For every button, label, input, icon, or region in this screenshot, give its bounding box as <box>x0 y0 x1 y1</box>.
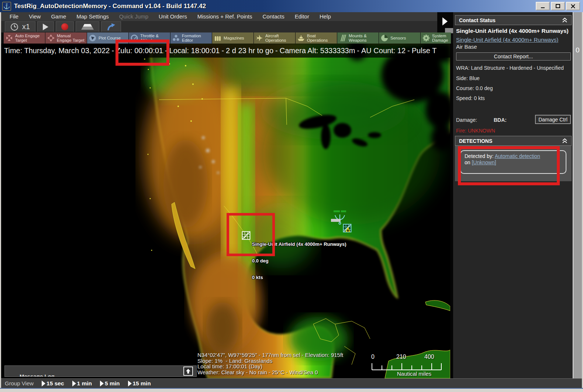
main-toolbar: x1 <box>1 21 437 32</box>
tactical-map[interactable]: Time: Thursday, March 03, 2022-Zulu: 00:… <box>1 44 450 378</box>
tab-system-damage[interactable]: System Damage <box>421 32 451 44</box>
detected-airfield-icon[interactable] <box>343 224 352 233</box>
panel-scrollbar[interactable]: 0 <box>573 12 582 378</box>
interval-label: 15 sec <box>46 380 64 387</box>
cursor-info-block: N34°02'47", W97°59'25" - 177nm from sel … <box>197 352 343 375</box>
close-button[interactable] <box>566 2 580 10</box>
magazines-bullets-icon <box>214 34 222 42</box>
cursor-position: N34°02'47", W97°59'25" - 177nm from sel … <box>197 352 343 358</box>
bda-label: BDA: <box>494 117 507 123</box>
menu-map-settings[interactable]: Map Settings <box>72 12 114 21</box>
tab-aircraft-operations[interactable]: Aircraft Operations <box>254 32 295 44</box>
play-triangle-icon <box>42 381 45 386</box>
tab-label: Aircraft Operations <box>265 34 294 42</box>
annotation-detections <box>458 146 560 185</box>
map-panel-gap <box>450 44 453 378</box>
message-log-bar[interactable]: Message Log <box>4 365 197 377</box>
panel-expand-icon[interactable] <box>442 17 448 25</box>
record-button[interactable] <box>56 21 74 32</box>
scale-tick-0: 0 <box>371 354 375 360</box>
tab-label: Manual Engage Target <box>57 34 85 42</box>
jump-button[interactable] <box>101 21 121 32</box>
unit-course: 0.0 deg <box>252 258 346 264</box>
menu-bar: File View Game Map Settings Quick Jump U… <box>1 12 437 21</box>
map-3d-view-button[interactable] <box>76 21 99 32</box>
minimize-button[interactable] <box>536 2 550 10</box>
collapse-chevron-icon[interactable] <box>562 18 568 23</box>
interval-15min[interactable]: 15 min <box>128 380 151 387</box>
time-status-bar: Time: Thursday, March 03, 2022-Zulu: 00:… <box>1 44 450 58</box>
minimize-icon <box>540 4 545 8</box>
cursor-local-time: Local time: 17:00:01 (Day) <box>197 364 343 369</box>
play-button[interactable] <box>37 21 54 32</box>
menu-quick-jump: Quick Jump <box>114 12 153 21</box>
contact-status-header[interactable]: Contact Status <box>455 15 572 25</box>
menu-editor[interactable]: Editor <box>290 12 314 21</box>
scale-tick-400: 400 <box>424 354 434 360</box>
boat-icon <box>297 34 305 42</box>
message-log-label: Message Log <box>20 373 55 377</box>
aircraft-icon <box>255 34 263 42</box>
up-arrow-icon <box>185 368 191 374</box>
contact-type: Air Base <box>456 44 477 50</box>
annotation-zulu-time <box>115 39 169 66</box>
plot-course-icon <box>89 34 97 42</box>
maximize-button[interactable] <box>551 2 565 10</box>
contact-course: Course: 0.0 deg <box>456 85 493 91</box>
menu-game[interactable]: Game <box>46 12 71 21</box>
tab-manual-engage-target[interactable]: Manual Engage Target <box>45 32 87 44</box>
scale-ruler <box>368 362 446 371</box>
contact-report-button[interactable]: Contact Report... <box>456 52 571 61</box>
tab-magazines[interactable]: Magazines <box>212 32 253 44</box>
group-view-label[interactable]: Group View <box>5 380 34 386</box>
time-compression-button[interactable]: x1 <box>5 21 35 32</box>
tab-formation-editor[interactable]: Formation Editor <box>170 32 212 44</box>
play-triangle-icon <box>72 381 76 386</box>
menu-contacts[interactable]: Contacts <box>258 12 289 21</box>
message-log-restore-button[interactable] <box>183 367 193 376</box>
tab-auto-engage-target[interactable]: Auto Engage Target <box>4 32 45 44</box>
terrain-layer <box>1 44 450 378</box>
camera-altitude: Camera Alt: 5333333m <box>280 47 355 55</box>
interval-5min[interactable]: 5 min <box>100 380 120 387</box>
damage-ctrl-button[interactable]: Damage Ctrl <box>535 115 571 124</box>
interval-label: 1 min <box>77 380 92 387</box>
close-icon <box>570 4 576 8</box>
menu-view[interactable]: View <box>24 12 45 21</box>
tab-boat-operations[interactable]: Boat Operations <box>296 32 337 44</box>
cursor-terrain: Slope: 1% - Land: Grasslands <box>197 358 343 364</box>
mounts-weapons-icon <box>339 34 347 42</box>
record-icon <box>61 23 68 30</box>
tab-label: System Damage <box>432 34 451 42</box>
scale-tick-210: 210 <box>396 354 406 360</box>
fire-status: Fire: UNKNOWN <box>456 128 495 134</box>
time-speed-label: x1 <box>22 23 30 31</box>
menu-file[interactable]: File <box>5 12 23 21</box>
time-remaining: 2 d 23 hr to go <box>226 47 273 55</box>
menu-unit-orders[interactable]: Unit Orders <box>154 12 192 21</box>
menu-help[interactable]: Help <box>315 12 336 21</box>
formation-hexagons-icon <box>172 34 180 42</box>
cursor-weather: Weather: Clear sky - No rain - 25°C - Wi… <box>197 369 343 375</box>
interval-15sec[interactable]: 15 sec <box>42 380 64 387</box>
clock-icon <box>10 23 18 31</box>
tab-label: Sensors <box>390 36 406 40</box>
manual-engage-icon <box>47 34 55 42</box>
collapse-chevron-icon[interactable] <box>562 138 568 143</box>
tab-sensors[interactable]: Sensors <box>379 32 420 44</box>
tab-label: Auto Engage Target <box>15 34 44 42</box>
tab-mounts-weapons[interactable]: Mounts & Weapons <box>337 32 379 44</box>
annotation-map-unit <box>227 213 275 256</box>
tab-label: Boat Operations <box>307 34 335 42</box>
system-damage-gear-icon <box>422 34 430 42</box>
interval-1min[interactable]: 1 min <box>72 380 92 387</box>
auto-engage-icon <box>5 34 13 42</box>
menu-missions-ref-points[interactable]: Missions + Ref. Points <box>193 12 257 21</box>
play-icon <box>43 24 48 30</box>
app-icon: ⚓ <box>2 2 11 11</box>
detections-header[interactable]: DETECTIONS <box>455 136 572 146</box>
app-window: ⚓ TestRig_AutoDetectionMemory - Command … <box>0 0 583 392</box>
contact-health-bar <box>334 210 340 212</box>
contact-name-link[interactable]: Single-Unit Airfield (4x 4000m+ Runways) <box>456 37 558 43</box>
title-bar[interactable]: ⚓ TestRig_AutoDetectionMemory - Command … <box>0 0 583 12</box>
